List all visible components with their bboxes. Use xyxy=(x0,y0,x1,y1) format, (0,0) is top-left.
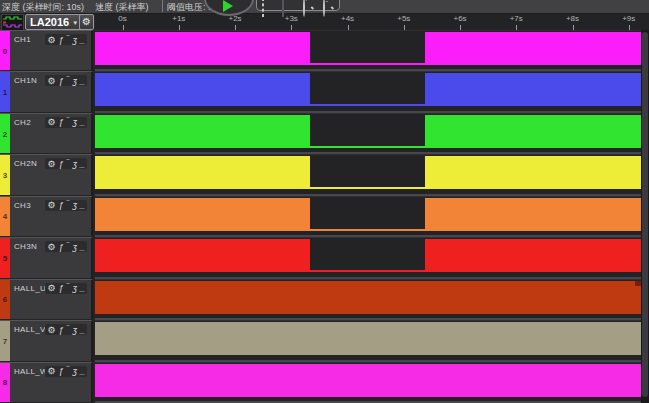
channel-sidebar-hall_u: 6HALL_U⚙ƒ‾ʒ_ xyxy=(0,279,93,320)
play-icon xyxy=(223,0,233,12)
channel-name-label: CH1N xyxy=(14,76,37,85)
low-level-icon[interactable]: _ xyxy=(80,242,85,252)
waveform-track-ch1n[interactable] xyxy=(95,71,641,112)
waveform-track-ch2[interactable] xyxy=(95,113,641,154)
logic-analyzer-app: 深度 (采样时间: 10s) 速度 (采样率) 阈值电压: 1.65 V LA2… xyxy=(0,0,649,403)
low-level-icon[interactable]: _ xyxy=(80,366,85,376)
edge-measure-icon[interactable]: ʒ xyxy=(72,325,77,335)
channel-sidebar-hall_w: 8HALL_W⚙ƒ‾ʒ_ xyxy=(0,362,93,403)
waveform-high-block xyxy=(95,239,310,272)
waveform-track-hall_v[interactable] xyxy=(95,320,641,361)
high-level-icon[interactable]: ‾ xyxy=(66,159,69,169)
edge-measure-icon[interactable]: ʒ xyxy=(72,283,77,293)
device-settings-button[interactable]: ⚙ xyxy=(79,14,94,30)
frequency-measure-icon[interactable]: ƒ xyxy=(58,76,63,86)
waveform-track-hall_w[interactable] xyxy=(95,362,641,403)
waveform-track-ch3n[interactable] xyxy=(95,237,641,278)
waveform-track-hall_u[interactable] xyxy=(95,279,641,320)
frequency-measure-icon[interactable]: ƒ xyxy=(58,35,63,45)
frequency-measure-icon[interactable]: ƒ xyxy=(58,325,63,335)
high-level-icon[interactable]: ‾ xyxy=(66,283,69,293)
frequency-measure-icon[interactable]: ƒ xyxy=(58,366,63,376)
frequency-measure-icon[interactable]: ƒ xyxy=(58,242,63,252)
frequency-measure-icon[interactable]: ƒ xyxy=(58,283,63,293)
channel-color-strip: 8 xyxy=(0,363,10,402)
waveform-high-block xyxy=(425,32,641,65)
high-level-icon[interactable]: ‾ xyxy=(66,325,69,335)
low-level-icon[interactable]: _ xyxy=(80,159,85,169)
channel-color-strip: 5 xyxy=(0,238,10,277)
channel-icon-toolbar: ⚙ƒ‾ʒ_ xyxy=(45,75,87,86)
waveform-high-block xyxy=(95,198,310,231)
high-level-icon[interactable]: ‾ xyxy=(66,35,69,45)
high-level-icon[interactable]: ‾ xyxy=(66,117,69,127)
channel-settings-gear-icon[interactable]: ⚙ xyxy=(47,117,55,127)
waveform-high-block xyxy=(425,156,641,189)
export-tool-button[interactable] xyxy=(282,0,293,8)
channel-sidebar-hall_v: 7HALL_V⚙ƒ‾ʒ_ xyxy=(0,320,93,361)
zoom-in-button[interactable] xyxy=(303,0,314,8)
scrollbar-thumb[interactable] xyxy=(642,32,648,397)
waveform-low-line xyxy=(310,63,426,65)
high-level-icon[interactable]: ‾ xyxy=(66,366,69,376)
edge-measure-icon[interactable]: ʒ xyxy=(72,76,77,86)
channel-row-ch2n: 3CH2N⚙ƒ‾ʒ_ xyxy=(0,154,649,195)
channel-number: 1 xyxy=(0,88,10,97)
header-bar: LA2016▼ ⚙ 0s+1s+2s+3s+4s+5s+6s+7s+8s+9s xyxy=(0,14,649,30)
selection-tool-button[interactable] xyxy=(262,0,273,8)
frequency-measure-icon[interactable]: ƒ xyxy=(58,159,63,169)
waveform-high-block xyxy=(425,198,641,231)
high-level-icon[interactable]: ‾ xyxy=(66,76,69,86)
low-level-icon[interactable]: _ xyxy=(80,117,85,127)
channel-number: 8 xyxy=(0,378,10,387)
device-selector-dropdown[interactable]: LA2016▼ xyxy=(25,14,83,30)
channel-icon-toolbar: ⚙ƒ‾ʒ_ xyxy=(45,324,87,335)
channel-sidebar-ch3n: 5CH3N⚙ƒ‾ʒ_ xyxy=(0,237,93,278)
channel-settings-gear-icon[interactable]: ⚙ xyxy=(47,76,55,86)
waveform-low-line xyxy=(310,146,426,148)
channel-settings-gear-icon[interactable]: ⚙ xyxy=(47,159,55,169)
edge-measure-icon[interactable]: ʒ xyxy=(72,242,77,252)
high-level-icon[interactable]: ‾ xyxy=(66,200,69,210)
high-level-icon[interactable]: ‾ xyxy=(66,242,69,252)
ruler-tick-label: +5s xyxy=(397,14,410,23)
low-level-icon[interactable]: _ xyxy=(80,35,85,45)
channel-icon-toolbar: ⚙ƒ‾ʒ_ xyxy=(45,241,87,252)
ruler-tick-label: +6s xyxy=(453,14,466,23)
low-level-icon[interactable]: _ xyxy=(80,325,85,335)
zoom-out-button[interactable] xyxy=(323,0,334,8)
channel-list: 0CH1⚙ƒ‾ʒ_1CH1N⚙ƒ‾ʒ_2CH2⚙ƒ‾ʒ_3CH2N⚙ƒ‾ʒ_4C… xyxy=(0,30,649,403)
channel-name-label: CH2N xyxy=(14,159,37,168)
low-level-icon[interactable]: _ xyxy=(80,76,85,86)
low-level-icon[interactable]: _ xyxy=(80,283,85,293)
waveform-high-block xyxy=(95,364,641,397)
edge-measure-icon[interactable]: ʒ xyxy=(72,117,77,127)
waveform-track-ch2n[interactable] xyxy=(95,154,641,195)
channel-sidebar-ch1n: 1CH1N⚙ƒ‾ʒ_ xyxy=(0,71,93,112)
low-level-icon[interactable]: _ xyxy=(80,200,85,210)
time-ruler[interactable]: 0s+1s+2s+3s+4s+5s+6s+7s+8s+9s xyxy=(95,14,649,30)
chevron-down-icon: ▼ xyxy=(72,20,78,26)
channel-icon-toolbar: ⚙ƒ‾ʒ_ xyxy=(45,34,87,45)
channel-color-strip: 4 xyxy=(0,197,10,236)
edge-measure-icon[interactable]: ʒ xyxy=(72,200,77,210)
channel-settings-gear-icon[interactable]: ⚙ xyxy=(47,35,55,45)
waveform-high-block xyxy=(425,239,641,272)
waveform-high-block xyxy=(425,115,641,148)
edge-measure-icon[interactable]: ʒ xyxy=(72,159,77,169)
channel-settings-gear-icon[interactable]: ⚙ xyxy=(47,283,55,293)
channel-settings-gear-icon[interactable]: ⚙ xyxy=(47,325,55,335)
edge-measure-icon[interactable]: ʒ xyxy=(72,35,77,45)
waveform-track-ch3[interactable] xyxy=(95,196,641,237)
frequency-measure-icon[interactable]: ƒ xyxy=(58,200,63,210)
channel-settings-gear-icon[interactable]: ⚙ xyxy=(47,200,55,210)
channel-row-ch3: 4CH3⚙ƒ‾ʒ_ xyxy=(0,196,649,237)
channel-row-ch1n: 1CH1N⚙ƒ‾ʒ_ xyxy=(0,71,649,112)
waveform-track-ch1[interactable] xyxy=(95,30,641,71)
vertical-scrollbar[interactable] xyxy=(641,30,649,403)
channel-settings-gear-icon[interactable]: ⚙ xyxy=(47,366,55,376)
app-logo-waveform-icon xyxy=(1,14,24,31)
channel-settings-gear-icon[interactable]: ⚙ xyxy=(47,242,55,252)
edge-measure-icon[interactable]: ʒ xyxy=(72,366,77,376)
frequency-measure-icon[interactable]: ƒ xyxy=(58,117,63,127)
